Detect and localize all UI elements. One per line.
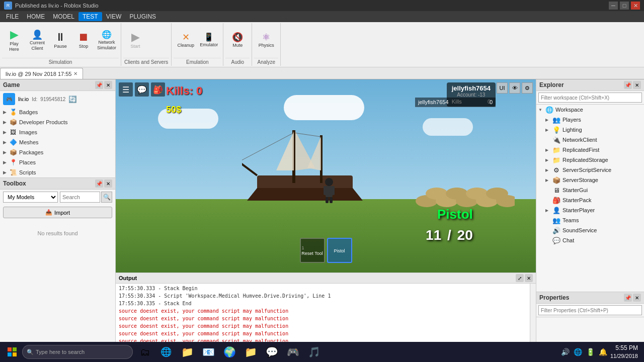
- tab-close-icon[interactable]: ✕: [73, 71, 77, 76]
- current-client-button[interactable]: 👤 CurrentClient: [26, 27, 48, 55]
- network-status-icon[interactable]: 🌐: [573, 348, 583, 356]
- properties-header: Properties 📌 ✕: [536, 292, 644, 304]
- game-panel: Game 📌 ✕ 🎮 liv.io Id: 919545812 🔄: [0, 79, 115, 107]
- explorer-panel: Explorer 📌 ✕ ▼ 🌐 Workspace ▶ 👥 Play: [536, 79, 644, 292]
- output-line: source doesnt exist, your command script…: [119, 322, 527, 330]
- taskbar-search[interactable]: 🔍 Type here to search: [22, 345, 133, 359]
- refresh-button[interactable]: 🔄: [68, 95, 76, 103]
- exp-item-chat[interactable]: 💬 Chat: [536, 235, 644, 245]
- maximize-button[interactable]: □: [620, 2, 629, 10]
- properties-pin-button[interactable]: 📌: [624, 294, 632, 302]
- output-close-button[interactable]: ✕: [525, 274, 533, 282]
- exp-item-networkclient[interactable]: 🔌 NetworkClient: [536, 135, 644, 145]
- play-here-button[interactable]: ▶ PlayHere: [3, 27, 25, 55]
- exp-item-starter-player[interactable]: ▶ 👤 StarterPlayer: [536, 205, 644, 215]
- model-category-select[interactable]: My Models: [3, 192, 58, 203]
- taskbar-explorer[interactable]: 📁: [177, 342, 197, 362]
- output-expand-button[interactable]: ⤢: [516, 274, 524, 282]
- menu-view[interactable]: VIEW: [102, 12, 126, 21]
- eye-toggle-button[interactable]: 👁: [509, 82, 520, 94]
- properties-close-button[interactable]: ✕: [633, 294, 641, 302]
- svg-point-23: [486, 188, 508, 200]
- player-name-hud: jellyfish7654: [452, 84, 491, 92]
- menu-file[interactable]: FILE: [2, 12, 23, 21]
- exp-item-lighting[interactable]: ▶ 💡 Lighting: [536, 125, 644, 135]
- menu-button[interactable]: ☰: [119, 82, 133, 97]
- chat-button[interactable]: 💬: [135, 82, 149, 97]
- exp-item-players[interactable]: ▶ 👥 Players: [536, 115, 644, 125]
- explorer-search-input[interactable]: [538, 93, 642, 103]
- menu-plugins[interactable]: PLUGINS: [125, 12, 160, 21]
- cleanup-button[interactable]: ✕ Cleanup: [175, 27, 197, 55]
- output-scrollbar[interactable]: [530, 284, 536, 348]
- taskbar-files[interactable]: 📁: [240, 342, 261, 362]
- mute-button[interactable]: 🔇 Mute: [226, 27, 249, 55]
- taskbar-mail[interactable]: 📧: [198, 342, 218, 362]
- toolbox-pin-button[interactable]: 📌: [95, 179, 103, 188]
- menu-model[interactable]: MODEL: [49, 12, 78, 21]
- tree-item-scripts[interactable]: ▶ 📜 Scripts: [0, 167, 115, 177]
- hotbar-slot-pistol[interactable]: Pistol: [327, 238, 352, 263]
- volume-icon[interactable]: 🔊: [560, 348, 571, 356]
- close-button[interactable]: ✕: [631, 2, 640, 10]
- explorer-pin-button[interactable]: 📌: [624, 81, 632, 89]
- tree-item-badges[interactable]: ▶ 🏅 Badges: [0, 107, 115, 117]
- game-id-value: 919545812: [40, 97, 65, 102]
- exp-item-server-storage[interactable]: ▶ 📦 ServerStorage: [536, 175, 644, 185]
- search-input[interactable]: [60, 192, 100, 203]
- svg-marker-5: [307, 136, 321, 170]
- import-button[interactable]: 📥 Import: [3, 207, 112, 218]
- audio-buttons: 🔇 Mute: [225, 23, 250, 58]
- menubar: FILE HOME MODEL TEST VIEW PLUGINS: [0, 11, 644, 22]
- taskbar-music[interactable]: 🎵: [304, 342, 324, 362]
- inventory-button[interactable]: 🎒: [151, 82, 165, 97]
- stop-button[interactable]: ⏹ Stop: [72, 27, 95, 55]
- tree-item-developer-products[interactable]: ▶ 📦 Developer Products: [0, 117, 115, 127]
- taskbar-chat[interactable]: 💬: [262, 342, 282, 362]
- menu-home[interactable]: HOME: [23, 12, 49, 21]
- viewport[interactable]: Kills: 0 50$ jellyfish7654 Account: -13 …: [116, 79, 536, 273]
- exp-item-starter-gui[interactable]: 🖥 StarterGui: [536, 185, 644, 195]
- pause-button[interactable]: ⏸ Pause: [49, 27, 71, 55]
- tab-liviio[interactable]: liv.io @ 29 Nov 2018 17:55 ✕: [0, 68, 83, 79]
- players-icon: 👥: [552, 116, 560, 124]
- tree-item-meshes[interactable]: ▶ 🔷 Meshes: [0, 137, 115, 147]
- search-button[interactable]: 🔍: [101, 192, 112, 203]
- battery-icon[interactable]: 🔋: [585, 348, 596, 356]
- menu-test[interactable]: TEST: [78, 12, 102, 21]
- exp-item-replicated-storage[interactable]: ▶ 📁 ReplicatedStorage: [536, 155, 644, 165]
- exp-item-teams[interactable]: 👥 Teams: [536, 215, 644, 225]
- game-id-label: Id:: [32, 97, 37, 102]
- properties-search-input[interactable]: [538, 305, 642, 315]
- exp-item-workspace[interactable]: ▼ 🌐 Workspace: [536, 105, 644, 115]
- toolbox-close-button[interactable]: ✕: [104, 179, 112, 188]
- network-simulator-button[interactable]: 🌐 NetworkSimulator: [96, 27, 118, 55]
- game-panel-close-button[interactable]: ✕: [104, 81, 112, 89]
- exp-item-replicated-first[interactable]: ▶ 📁 ReplicatedFirst: [536, 145, 644, 155]
- taskbar-right: 🔊 🌐 🔋 🔔 5:55 PM 11/29/2018: [560, 344, 642, 360]
- minimize-button[interactable]: ─: [609, 2, 618, 10]
- exp-item-server-script-service[interactable]: ▶ ⚙ ServerScriptService: [536, 165, 644, 175]
- exp-item-sound-service[interactable]: 🔊 SoundService: [536, 225, 644, 235]
- taskbar-browser[interactable]: 🌍: [219, 342, 239, 362]
- taskbar-edge[interactable]: 🌐: [156, 342, 176, 362]
- emulator-button[interactable]: 📱 Emulator: [198, 27, 220, 55]
- taskbar-task-view[interactable]: 🗂: [135, 342, 155, 362]
- settings-viewport-button[interactable]: ⚙: [522, 82, 533, 94]
- hotbar-slot-1[interactable]: 1 Reset Tool: [300, 238, 325, 263]
- game-info: 🎮 liv.io Id: 919545812 🔄: [0, 91, 115, 107]
- taskbar-game[interactable]: 🎮: [283, 342, 303, 362]
- date: 11/29/2018: [610, 352, 638, 360]
- tree-item-images[interactable]: ▶ 🖼 Images: [0, 127, 115, 137]
- tree-item-packages[interactable]: ▶ 📦 Packages: [0, 147, 115, 157]
- start-button[interactable]: [2, 342, 22, 362]
- exp-item-starter-pack[interactable]: 🎒 StarterPack: [536, 195, 644, 205]
- ui-toggle-button[interactable]: UI: [497, 82, 508, 94]
- explorer-close-button[interactable]: ✕: [633, 81, 641, 89]
- notification-icon[interactable]: 🔔: [598, 348, 608, 356]
- physics-button[interactable]: ⚛ Physics: [255, 27, 277, 55]
- game-panel-pin-button[interactable]: 📌: [95, 81, 103, 89]
- toolbar-emulation-section: ✕ Cleanup 📱 Emulator Emulation: [172, 23, 223, 66]
- tree-item-places[interactable]: ▶ 📍 Places: [0, 157, 115, 167]
- start-button[interactable]: ▶ Start: [124, 27, 146, 55]
